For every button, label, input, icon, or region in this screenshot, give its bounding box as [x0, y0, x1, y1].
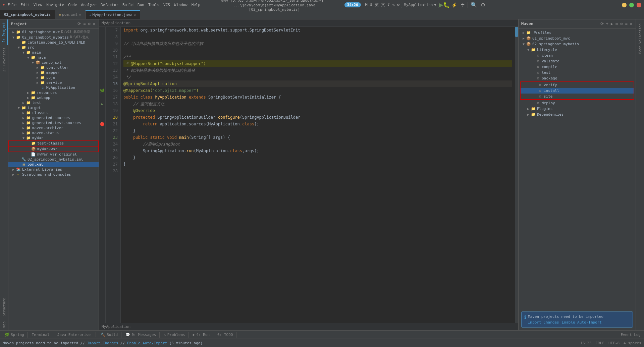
menu-run[interactable]: Run: [138, 3, 144, 7]
maven-item-test[interactable]: ⚙ test: [519, 70, 636, 75]
bottom-tab-build[interactable]: 🔨 Build: [97, 332, 121, 338]
tree-item-controller[interactable]: ▶ 📁 controller: [8, 65, 99, 70]
maven-m-icon[interactable]: m: [615, 21, 619, 27]
maven-settings-icon[interactable]: ⚙: [620, 21, 623, 27]
maven-item-plugins[interactable]: ▶ 📁 Plugins: [519, 106, 636, 112]
menu-navigate[interactable]: Navigate: [46, 3, 64, 7]
bottom-tab-messages[interactable]: 💬 0: Messages: [122, 332, 160, 338]
maven-collapse-icon[interactable]: ≡: [625, 21, 628, 27]
close-button[interactable]: [637, 3, 641, 7]
left-tab-structure[interactable]: Structure: [1, 295, 7, 319]
enable-autoimport-link[interactable]: Enable Auto-Import: [562, 320, 602, 325]
minimize-button[interactable]: [622, 3, 627, 7]
run-configuration-selector[interactable]: MyApplication ▼: [401, 2, 439, 8]
tree-item-src[interactable]: ▼ 📁 src: [8, 45, 99, 50]
maven-item-02-mybatis[interactable]: ▼ 📦 02_springboot_mybatis: [519, 41, 636, 47]
status-enable-autoimport[interactable]: Enable Auto-Import: [127, 341, 167, 345]
tab-close-pom[interactable]: ✕: [79, 13, 81, 16]
tree-item-bjsxt[interactable]: ▼ 📦 com.bjsxt: [8, 60, 99, 65]
bottom-tab-run[interactable]: ▶ 4: Run: [190, 332, 213, 338]
tree-item-main[interactable]: ▼ 📁 main: [8, 50, 99, 55]
tree-item-target[interactable]: ▼ 📁 target: [8, 105, 99, 110]
tree-item-generated-test-sources[interactable]: ▶ 📁 generated-test-sources: [8, 120, 99, 125]
profile-button[interactable]: ⚡: [450, 2, 459, 8]
run-button[interactable]: ▶: [439, 2, 443, 8]
menu-analyze[interactable]: Analyze: [81, 3, 97, 7]
bottom-tab-java-enterprise[interactable]: Java Enterprise: [54, 332, 94, 338]
tree-item-maven-archiver[interactable]: ▶ 📁 maven-archiver: [8, 125, 99, 130]
tree-item-mapper[interactable]: ▶ 📁 mapper: [8, 70, 99, 75]
maximize-button[interactable]: [629, 3, 634, 7]
maven-item-profiles[interactable]: ▶ 📁 Profiles: [519, 30, 636, 36]
encoding-indicator[interactable]: UTF-8: [608, 341, 620, 345]
settings-button[interactable]: ⚙: [479, 1, 487, 9]
bottom-tab-problems[interactable]: ⚠ Problems: [160, 332, 189, 338]
status-import-changes[interactable]: Import Changes: [87, 341, 118, 345]
maven-item-site[interactable]: ⚙ site: [521, 94, 634, 99]
collapse-icon[interactable]: ≡: [83, 21, 86, 27]
maven-item-deploy[interactable]: ⚙ deploy: [519, 100, 636, 106]
maven-item-clean[interactable]: ⚙ clean: [519, 53, 636, 58]
menu-vcs[interactable]: VCS: [163, 3, 170, 7]
bottom-tab-todo[interactable]: 6: TODO: [214, 332, 236, 338]
tree-item-catalina[interactable]: 📁 catalina.base_IS_UNDEFINED: [8, 40, 99, 45]
maven-item-install[interactable]: ⚙ install: [521, 88, 634, 94]
event-log-button[interactable]: Event Log: [619, 332, 643, 338]
right-tab-bean-validation[interactable]: Bean Validation: [637, 21, 643, 56]
menu-help[interactable]: Help: [192, 3, 201, 7]
tree-item-classes[interactable]: ▶ 📁 classes: [8, 110, 99, 115]
tree-item-test[interactable]: ▶ 📁 test: [8, 100, 99, 105]
tree-item-myapp-file[interactable]: ☕ MyApplication: [8, 85, 99, 90]
left-tab-favorites[interactable]: 2: Favorites: [1, 45, 7, 74]
coverage-button[interactable]: ☂: [459, 2, 467, 8]
settings-icon[interactable]: ⚙: [88, 21, 91, 27]
hide-icon[interactable]: ✕: [92, 21, 96, 27]
maven-run-icon[interactable]: ▶: [610, 21, 614, 27]
maven-item-dependencies[interactable]: ▶ 📁 Dependencies: [519, 112, 636, 117]
bottom-tab-terminal[interactable]: Terminal: [29, 332, 53, 338]
tree-item-iml[interactable]: 🔧 02_springboot_mybatis.iml: [8, 157, 99, 162]
tree-item-generated-sources[interactable]: ▶ 📁 generated-sources: [8, 115, 99, 120]
maven-item-validate[interactable]: ⚙ validate: [519, 58, 636, 64]
maven-add-icon[interactable]: +: [605, 21, 609, 27]
menu-file[interactable]: File: [8, 3, 17, 7]
tree-item-service[interactable]: ▶ 📁 service: [8, 80, 99, 85]
maven-item-compile[interactable]: ⚙ compile: [519, 64, 636, 70]
indent-indicator[interactable]: 4 spaces: [624, 341, 641, 345]
line-ending-indicator[interactable]: CRLF: [595, 341, 604, 345]
line-col-indicator[interactable]: 15:23: [580, 341, 591, 345]
editor-content[interactable]: 🌿 ▶ 🔴 7 8 9 10 11: [99, 27, 518, 323]
maven-sync-icon[interactable]: ⟳: [600, 21, 604, 27]
menu-view[interactable]: View: [34, 3, 43, 7]
tree-item-01-mvc[interactable]: ▶ 📁 01_springboot_mvc D:\03-北京尚学堂: [8, 29, 99, 35]
maven-item-verify[interactable]: ⚙ verify: [521, 82, 634, 88]
tree-item-java[interactable]: ▼ 📁 java: [8, 55, 99, 60]
search-everywhere-button[interactable]: 🔍: [469, 1, 479, 9]
bottom-tab-spring[interactable]: 🌿 Spring: [1, 332, 28, 338]
tree-item-mywar-war-original[interactable]: 📄 myWar.war.original: [8, 152, 99, 157]
editor-scrollbar[interactable]: [515, 27, 518, 323]
tree-item-webapp[interactable]: ▶ 📁 webapp: [8, 95, 99, 100]
menu-build[interactable]: Build: [122, 3, 133, 7]
tree-item-pom[interactable]: ▤ pom.xml: [8, 162, 99, 167]
debug-button[interactable]: 🐛: [443, 2, 450, 8]
tab-close-myapp[interactable]: ✕: [134, 13, 136, 17]
code-lines[interactable]: import org.springframework.boot.web.serv…: [121, 27, 515, 323]
tab-pom-xml[interactable]: ▤ pom.xml ✕: [55, 10, 85, 19]
menu-edit[interactable]: Edit: [20, 3, 30, 7]
menu-code[interactable]: Code: [68, 3, 77, 7]
left-tab-project[interactable]: 1: Project: [1, 19, 8, 45]
menu-tools[interactable]: Tools: [148, 3, 159, 7]
tree-item-pojo[interactable]: ▶ 📁 pojo: [8, 75, 99, 80]
tab-myapplication[interactable]: ☕ MyApplication.java ✕: [86, 10, 140, 19]
tree-item-mywar[interactable]: ▼ 📁 myWar: [8, 135, 99, 140]
tree-item-02-mybatis[interactable]: ▼ 📁 02_springboot_mybatis D:\03-北京: [8, 35, 99, 40]
sync-icon[interactable]: ⟳: [77, 21, 82, 27]
left-tab-web[interactable]: Web: [1, 319, 7, 330]
tree-item-mywar-war[interactable]: 📦 myWar.war: [8, 146, 99, 152]
maven-item-package[interactable]: ⚙ package: [519, 75, 636, 81]
menu-window[interactable]: Window: [174, 3, 187, 7]
tree-item-scratches[interactable]: ▶ ✏ Scratches and Consoles: [8, 172, 99, 177]
import-changes-link[interactable]: Import Changes: [528, 320, 559, 325]
menu-refactor[interactable]: Refactor: [101, 3, 118, 7]
